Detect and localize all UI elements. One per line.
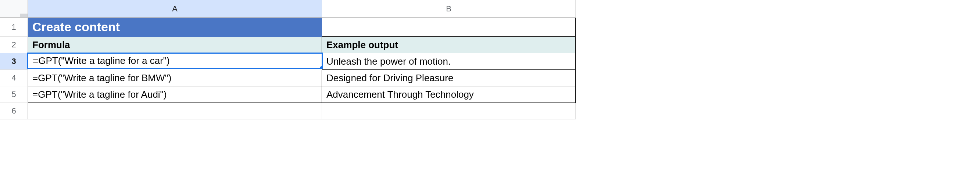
- cell-a4[interactable]: =GPT("Write a tagline for BMW"): [28, 70, 322, 86]
- row-header-6[interactable]: 6: [0, 103, 28, 119]
- cell-b6[interactable]: [322, 103, 576, 119]
- cell-b2[interactable]: Example output: [322, 37, 576, 53]
- column-header-a[interactable]: A: [28, 0, 322, 17]
- cell-b1[interactable]: [322, 17, 576, 37]
- cell-a2[interactable]: Formula: [28, 37, 322, 53]
- cell-b3[interactable]: Unleash the power of motion.: [322, 53, 576, 70]
- spreadsheet-grid: A B 1 Create content 2 Formula Example o…: [0, 0, 980, 119]
- row-header-1[interactable]: 1: [0, 17, 28, 37]
- select-all-corner[interactable]: [0, 0, 28, 17]
- row-header-4[interactable]: 4: [0, 70, 28, 86]
- row-header-3[interactable]: 3: [0, 53, 28, 70]
- cell-b4[interactable]: Designed for Driving Pleasure: [322, 70, 576, 86]
- cell-a3[interactable]: =GPT("Write a tagline for a car"): [27, 52, 323, 69]
- column-header-b[interactable]: B: [322, 0, 576, 17]
- cell-a5[interactable]: =GPT("Write a tagline for Audi"): [28, 86, 322, 103]
- cell-b5[interactable]: Advancement Through Technology: [322, 86, 576, 103]
- row-header-2[interactable]: 2: [0, 37, 28, 53]
- cell-a1[interactable]: Create content: [28, 17, 322, 37]
- cell-a6[interactable]: [28, 103, 322, 119]
- row-header-5[interactable]: 5: [0, 86, 28, 103]
